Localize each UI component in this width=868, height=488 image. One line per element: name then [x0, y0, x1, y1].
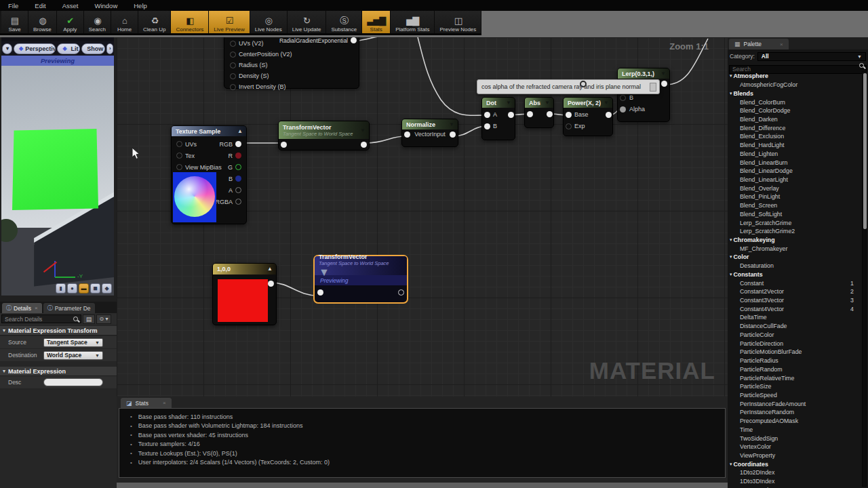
output-pin[interactable] — [450, 131, 456, 138]
collapse-triangle-icon[interactable]: ▲ — [237, 128, 243, 134]
node-header[interactable]: Texture Sample ▲ — [172, 126, 246, 136]
node-abs[interactable]: Abs ▼ — [524, 97, 554, 128]
palette-row[interactable]: ▾ Lerp_ScratchGrime — [728, 218, 861, 227]
output-pin[interactable] — [235, 164, 241, 170]
node-header[interactable]: Abs ▼ — [525, 98, 553, 108]
perspective-button[interactable]: ◆ Perspective — [14, 43, 56, 54]
output-pin[interactable] — [235, 199, 241, 205]
save-button[interactable]: ▤ Save — [1, 11, 28, 33]
palette-row[interactable]: ▾ ParticleRandom — [728, 365, 861, 373]
section-material-expression-transform[interactable]: ▾ Material Expression Transform — [0, 326, 117, 336]
stats-button[interactable]: ▃▅▇ Stats — [362, 11, 391, 33]
node-header[interactable]: Power(X, 2) ▼ — [564, 98, 612, 108]
menu-edit[interactable]: Edit — [26, 0, 54, 11]
lit-mode-button[interactable]: ◈ Lit — [57, 43, 80, 54]
input-pin[interactable] — [176, 152, 182, 159]
desc-input[interactable] — [43, 378, 103, 386]
palette-row[interactable]: ▾ VertexColor — [728, 443, 861, 451]
palette-row[interactable]: ▾ Blend_Lighten — [728, 149, 861, 158]
input-pin[interactable] — [404, 131, 410, 138]
palette-row[interactable]: ▾ ParticleRadius — [728, 357, 861, 365]
preview-shape-plane-button[interactable]: ▬ — [79, 283, 89, 293]
viewport-more-button[interactable]: › — [106, 43, 113, 54]
palette-row[interactable]: ▾ Blend_LinearDodge — [728, 167, 861, 176]
chevron-down-icon[interactable]: ▼ — [604, 100, 609, 106]
input-pin[interactable] — [281, 142, 287, 148]
show-button[interactable]: Show — [81, 43, 105, 54]
node-header[interactable]: 1,0,0 ▲ — [213, 264, 276, 274]
source-dropdown[interactable]: Tangent Space ▼ — [43, 338, 103, 347]
chevron-down-icon[interactable]: ▼ — [319, 266, 403, 279]
tab-stats[interactable]: ◪ Stats × — [121, 398, 172, 408]
output-pin[interactable] — [547, 111, 553, 117]
category-dropdown[interactable]: All ▼ — [757, 52, 866, 61]
palette-row[interactable]: ▾ DeltaTime — [728, 313, 861, 322]
input-pin[interactable] — [176, 164, 182, 170]
node-normalize[interactable]: Normalize ▼ VectorInput — [401, 119, 458, 147]
node-header[interactable]: Dot ▼ — [482, 98, 515, 108]
preview-nodes-button[interactable]: ◫ Preview Nodes — [435, 11, 481, 33]
palette-scrollbar[interactable] — [862, 71, 867, 487]
palette-row[interactable]: ▾ ParticleDirection — [728, 339, 861, 348]
destination-dropdown[interactable]: World Space ▼ — [43, 351, 103, 360]
menu-file[interactable]: File — [0, 0, 26, 11]
close-icon[interactable]: × — [780, 41, 783, 47]
tab-details[interactable]: ⓘ Details × — [2, 303, 42, 313]
live-update-button[interactable]: ↻ Live Update — [288, 11, 327, 33]
node-texture-sample[interactable]: Texture Sample ▲ UVs Tex View MipBias R — [171, 125, 247, 224]
input-pin[interactable] — [230, 62, 236, 68]
preview-shape-cube-button[interactable]: ◼ — [90, 283, 100, 293]
palette-row[interactable]: ▾ ParticleSpeed — [728, 391, 861, 400]
node-header[interactable]: Normalize ▼ — [402, 119, 458, 129]
input-pin-alpha[interactable] — [620, 106, 626, 113]
live-nodes-button[interactable]: ◎ Live Nodes — [250, 11, 288, 33]
preview-shape-mesh-button[interactable]: ◆ — [102, 283, 112, 293]
palette-row[interactable]: ▾ 1Dto3DIndex — [728, 477, 861, 486]
output-pin[interactable] — [235, 176, 241, 182]
tab-parameter-defaults[interactable]: ⓘ Parameter De — [43, 303, 95, 313]
menu-asset[interactable]: Asset — [54, 0, 87, 11]
input-pin-base[interactable] — [566, 112, 572, 118]
collapse-triangle-icon[interactable]: ▲ — [267, 266, 273, 272]
input-pin-exp[interactable] — [566, 123, 572, 129]
palette-row[interactable]: ▾ Blend_LinearLight — [728, 176, 861, 184]
node-header[interactable]: TransformVector Tangent Space to World S… — [315, 256, 407, 275]
palette-row[interactable]: ▾ MF_Chromakeyer — [728, 244, 861, 253]
palette-row[interactable]: ▾ ViewProperty — [728, 451, 861, 460]
palette-row[interactable]: ▾ ParticleRelativeTime — [728, 373, 861, 382]
input-pin[interactable] — [230, 73, 236, 79]
close-icon[interactable]: × — [163, 400, 166, 406]
chevron-down-icon[interactable]: ▼ — [660, 70, 666, 77]
connectors-button[interactable]: ◧ Connectors — [171, 11, 209, 33]
material-graph-canvas[interactable]: MATERIAL Zoom 1:1 RadialGradientExponent… — [117, 37, 728, 396]
palette-row[interactable]: ▾ PerInstanceRandom — [728, 408, 861, 417]
output-pin[interactable] — [508, 112, 514, 118]
input-pin[interactable] — [230, 52, 236, 58]
node-constant3vector[interactable]: 1,0,0 ▲ — [212, 263, 277, 325]
substance-button[interactable]: Ⓢ Substance — [326, 11, 362, 33]
input-pin[interactable] — [176, 141, 182, 147]
palette-row[interactable]: ▾ Desaturation — [728, 262, 861, 270]
home-button[interactable]: ⌂ Home — [111, 11, 138, 33]
palette-row[interactable]: ▾ Lerp_ScratchGrime2 — [728, 227, 861, 236]
output-pin[interactable] — [235, 187, 241, 193]
browse-button[interactable]: ◍ Browse — [28, 11, 57, 33]
close-icon[interactable]: × — [35, 305, 38, 311]
chevron-down-icon[interactable]: ▼ — [360, 127, 366, 134]
input-pin-b[interactable] — [484, 123, 490, 129]
output-pin[interactable] — [268, 281, 274, 287]
palette-row[interactable]: ▾ Blends — [728, 89, 861, 98]
palette-row[interactable]: ▾ Blend_Screen — [728, 201, 861, 210]
preview-shape-sphere-button[interactable]: ● — [67, 283, 77, 293]
input-pin[interactable] — [317, 289, 323, 296]
palette-row[interactable]: ▾ Constant 1 — [728, 279, 861, 287]
input-pin-a[interactable] — [484, 112, 490, 118]
node-power[interactable]: Power(X, 2) ▼ Base Exp — [563, 97, 613, 136]
node-dot[interactable]: Dot ▼ A B — [481, 97, 515, 140]
output-pin[interactable] — [235, 141, 241, 147]
palette-row[interactable]: ▾ PerInstanceFadeAmount — [728, 399, 861, 408]
node-radial-gradient-exponential[interactable]: RadialGradientExponential UVs (V2) Cente… — [224, 37, 359, 89]
palette-row[interactable]: ▾ ParticleColor — [728, 331, 861, 340]
palette-row[interactable]: ▾ AtmosphericFogColor — [728, 81, 861, 89]
tab-palette[interactable]: ▦ Palette × — [729, 39, 789, 49]
